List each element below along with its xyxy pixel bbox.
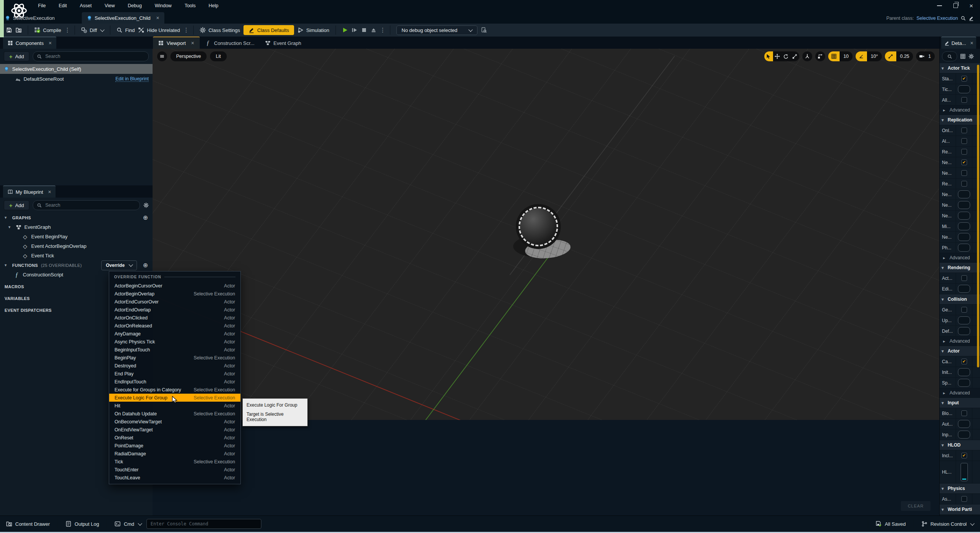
search-icon[interactable]: [961, 16, 966, 21]
asset-tab[interactable]: SelectiveExecution_Child ×: [82, 12, 164, 24]
checkbox[interactable]: [958, 201, 970, 209]
display-filter-icon[interactable]: [960, 54, 966, 59]
tab-my-blueprint[interactable]: My Blueprint ×: [3, 185, 56, 198]
camera-speed-value[interactable]: 1: [928, 54, 935, 59]
checkbox[interactable]: ✔: [961, 160, 967, 165]
simulation-button[interactable]: Simulation: [298, 27, 329, 33]
override-menu-item[interactable]: OnReset Actor: [109, 434, 240, 442]
compile-options-kebab-icon[interactable]: ⋮: [65, 27, 68, 34]
checkbox[interactable]: [961, 128, 967, 133]
checkbox[interactable]: [958, 379, 970, 387]
scale-snap-icon[interactable]: [885, 51, 896, 61]
add-new-button[interactable]: + Add: [4, 200, 29, 210]
override-menu-item[interactable]: BeginInputTouch Actor: [109, 346, 240, 354]
details-section-header[interactable]: ▾Actor: [940, 346, 980, 356]
console-command-input[interactable]: [146, 519, 261, 529]
class-defaults-button[interactable]: Class Defaults: [243, 25, 294, 35]
add-function-icon[interactable]: ⊕: [143, 262, 148, 268]
checkbox[interactable]: [958, 431, 970, 439]
override-menu-item[interactable]: Execute for Groups in Category Selective…: [109, 386, 240, 394]
override-menu-item[interactable]: ActorEndOverlap Actor: [109, 306, 240, 314]
checkbox[interactable]: [961, 149, 967, 155]
add-component-button[interactable]: + Add: [4, 51, 29, 61]
checkbox[interactable]: [958, 212, 970, 220]
tab-viewport[interactable]: Viewport ×: [153, 37, 200, 49]
override-menu-item[interactable]: BeginPlay Selective Execution: [109, 354, 240, 362]
tab-event-graph[interactable]: Event Graph: [260, 37, 307, 49]
override-menu-item[interactable]: Tick Selective Execution: [109, 458, 240, 466]
compile-button[interactable]: Compile: [34, 27, 61, 33]
override-menu-item[interactable]: RadialDamage Actor: [109, 450, 240, 458]
details-advanced-toggle[interactable]: ▸Advanced: [940, 253, 980, 263]
checkbox[interactable]: [958, 285, 970, 293]
override-menu-item[interactable]: ActorOnReleased Actor: [109, 322, 240, 330]
tab-components[interactable]: Components ×: [3, 37, 56, 49]
stop-button[interactable]: [361, 27, 367, 33]
checkbox[interactable]: ✔: [961, 453, 967, 458]
close-icon[interactable]: ×: [191, 40, 194, 46]
checkbox[interactable]: [961, 170, 967, 176]
event-row[interactable]: ◇ Event Tick: [0, 251, 153, 260]
checkbox[interactable]: [958, 190, 970, 198]
edit-in-blueprint-link[interactable]: Edit in Blueprint: [115, 76, 149, 82]
hide-unrelated-button[interactable]: Hide Unrelated: [138, 27, 180, 33]
override-menu-item[interactable]: TouchEnter Actor: [109, 466, 240, 474]
viewport-canvas[interactable]: Perspective Lit 10 10°: [153, 49, 940, 420]
save-icon[interactable]: [6, 27, 12, 33]
override-menu-item[interactable]: ActorBeginCursorOver Actor: [109, 282, 240, 290]
play-button[interactable]: [342, 27, 348, 33]
parent-class-value[interactable]: Selective Execution: [916, 16, 958, 21]
checkbox[interactable]: [958, 233, 970, 241]
details-advanced-toggle[interactable]: ▸Advanced: [940, 388, 980, 398]
checkbox[interactable]: ✔: [961, 359, 967, 364]
override-dropdown-button[interactable]: Override: [101, 260, 137, 270]
eject-button[interactable]: [371, 27, 377, 33]
menu-item[interactable]: File: [33, 2, 51, 10]
frame-skip-button[interactable]: [352, 27, 358, 33]
close-icon[interactable]: ×: [969, 3, 973, 9]
menu-item[interactable]: Help: [203, 2, 224, 10]
surface-snapping-button[interactable]: [815, 51, 825, 61]
edit-pencil-icon[interactable]: [969, 16, 974, 21]
checkbox[interactable]: [958, 85, 970, 93]
rotation-snap-control[interactable]: 10°: [856, 51, 882, 61]
checkbox[interactable]: [958, 222, 970, 230]
rotation-snap-value[interactable]: 10°: [867, 54, 882, 59]
select-tool-icon[interactable]: [764, 51, 773, 61]
menu-item[interactable]: Asset: [75, 2, 97, 10]
details-section-header[interactable]: ▾Rendering: [940, 263, 980, 273]
details-section-header[interactable]: ▾Input: [940, 398, 980, 408]
play-options-kebab-icon[interactable]: ⋮: [380, 27, 384, 34]
details-section-header[interactable]: ▾World Parti: [940, 504, 980, 515]
details-section-header[interactable]: ▾Collision: [940, 294, 980, 305]
perspective-dropdown[interactable]: Perspective: [170, 51, 207, 61]
debug-object-dropdown[interactable]: No debug object selected: [396, 26, 478, 35]
gear-icon[interactable]: [143, 203, 149, 208]
override-menu-item[interactable]: EndInputTouch Actor: [109, 378, 240, 386]
checkbox[interactable]: [958, 244, 970, 252]
close-icon[interactable]: ×: [48, 189, 51, 195]
property-combobox[interactable]: [961, 463, 968, 481]
override-menu-item[interactable]: ActorOnClicked Actor: [109, 314, 240, 322]
content-drawer-button[interactable]: Content Drawer: [6, 521, 50, 527]
output-log-button[interactable]: Output Log: [65, 521, 99, 527]
grid-snap-control[interactable]: 10: [828, 51, 853, 61]
debug-browse-icon[interactable]: [481, 27, 487, 33]
checkbox[interactable]: ✔: [961, 76, 967, 81]
component-row-self[interactable]: SelectiveExecution_Child (Self): [0, 64, 153, 74]
details-search[interactable]: [942, 51, 957, 61]
move-tool-icon[interactable]: [773, 51, 782, 61]
grid-snap-icon[interactable]: [828, 51, 840, 61]
menu-item[interactable]: Window: [150, 2, 177, 10]
asset-tab[interactable]: SelectiveExecution ×: [0, 12, 60, 24]
override-menu-item[interactable]: ActorBeginOverlap Selective Execution: [109, 290, 240, 298]
all-saved-button[interactable]: All Saved: [876, 521, 906, 527]
menu-item[interactable]: Tools: [179, 2, 201, 10]
checkbox[interactable]: [958, 327, 970, 335]
scale-snap-value[interactable]: 0.25: [896, 54, 913, 59]
components-search-input[interactable]: [45, 53, 145, 59]
close-icon[interactable]: ×: [970, 40, 973, 46]
checkbox[interactable]: [961, 496, 967, 502]
checkbox[interactable]: [961, 138, 967, 144]
browse-content-icon[interactable]: [16, 27, 22, 33]
